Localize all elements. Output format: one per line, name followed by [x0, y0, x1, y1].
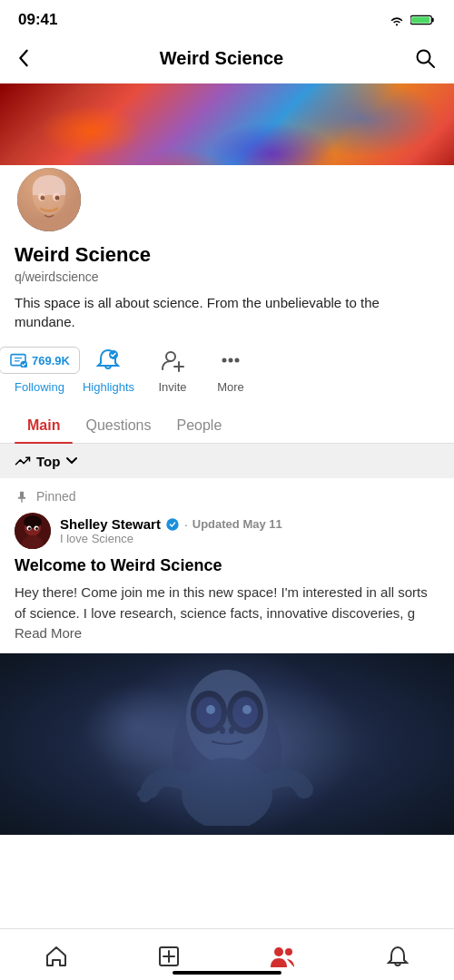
post-author-row: Shelley Stewart · Updated May 11 I love … [15, 513, 439, 549]
svg-point-6 [33, 175, 65, 215]
page-title: Weird Science [160, 48, 283, 69]
bell-icon [94, 347, 122, 374]
following-icon-wrapper: 769.9K [19, 344, 59, 377]
svg-point-42 [182, 758, 272, 826]
svg-rect-1 [431, 18, 433, 23]
svg-point-33 [186, 670, 268, 764]
follower-count: 769.9K [32, 354, 70, 368]
status-icons [389, 14, 436, 26]
post-updated: Updated May 11 [192, 517, 282, 531]
more-icon [217, 347, 244, 374]
battery-icon [410, 14, 436, 26]
nav-home[interactable] [25, 940, 87, 973]
pinned-text: Pinned [36, 489, 76, 504]
invite-icon [159, 347, 186, 374]
space-description: This space is all about science. From th… [15, 293, 439, 331]
pin-icon [15, 489, 29, 504]
compose-icon [156, 944, 182, 969]
highlights-action[interactable]: Highlights [83, 344, 134, 394]
back-button[interactable] [15, 45, 33, 71]
search-icon [414, 47, 436, 69]
invite-icon-wrapper [153, 344, 192, 377]
post-section: Pinned Shelley Ste [0, 478, 454, 835]
status-time: 09:41 [18, 11, 57, 29]
svg-point-22 [235, 358, 240, 363]
nav-spaces[interactable] [251, 940, 316, 973]
post-image [0, 653, 454, 835]
svg-point-21 [229, 358, 233, 363]
svg-point-38 [206, 705, 215, 714]
post-author-subtitle: I love Science [60, 532, 439, 545]
following-icon [9, 353, 27, 368]
post-avatar-image [15, 513, 51, 549]
more-label: More [217, 380, 244, 394]
svg-line-4 [429, 62, 434, 67]
svg-point-20 [222, 358, 227, 363]
home-icon [44, 944, 69, 969]
verified-icon [165, 517, 180, 532]
svg-point-46 [274, 947, 283, 956]
tab-main[interactable]: Main [15, 408, 73, 443]
read-more-link[interactable]: Read More [15, 625, 82, 641]
post-author-avatar[interactable] [15, 513, 51, 549]
svg-point-5 [17, 168, 81, 231]
svg-point-7 [38, 193, 45, 201]
post-author-info: Shelley Stewart · Updated May 11 I love … [60, 516, 439, 545]
svg-point-41 [229, 727, 234, 734]
svg-point-36 [196, 697, 222, 728]
search-button[interactable] [410, 44, 439, 73]
tab-questions[interactable]: Questions [73, 408, 163, 443]
trending-icon [15, 453, 31, 469]
svg-point-40 [220, 727, 225, 734]
post-author-name-text: Shelley Stewart [60, 516, 161, 532]
profile-avatar [15, 165, 84, 234]
highlights-icon-wrapper [88, 344, 128, 377]
avatar-face [17, 168, 81, 231]
svg-point-31 [166, 518, 178, 530]
svg-point-15 [20, 361, 27, 368]
svg-rect-2 [411, 17, 429, 24]
tab-people[interactable]: People [164, 408, 235, 443]
sort-bar[interactable]: Top [0, 444, 454, 478]
avatar-image [17, 168, 81, 231]
action-row: 769.9K Following Highlights [15, 344, 439, 394]
chevron-down-icon [65, 455, 78, 467]
status-bar: 09:41 [0, 0, 454, 36]
post-author-name-row: Shelley Stewart · Updated May 11 [60, 516, 439, 532]
post-title: Welcome to Weird Science [15, 556, 439, 575]
wifi-icon [389, 14, 405, 26]
pinned-label: Pinned [15, 489, 439, 504]
post-body: Hey there! Come join me in this new spac… [15, 583, 439, 644]
svg-point-34 [191, 691, 227, 734]
author-face [15, 513, 51, 549]
page-header: Weird Science [0, 36, 454, 83]
nav-notifications[interactable] [367, 940, 429, 973]
svg-point-30 [35, 527, 38, 530]
space-name: Weird Science [15, 243, 439, 267]
nav-compose[interactable] [138, 940, 200, 973]
svg-point-29 [28, 527, 31, 530]
highlights-label: Highlights [83, 380, 134, 394]
following-action[interactable]: 769.9K Following [15, 344, 64, 394]
post-body-text: Hey there! Come join me in this new spac… [15, 584, 428, 621]
svg-point-10 [55, 196, 60, 201]
avatar-wrapper [15, 165, 439, 234]
notifications-icon [385, 944, 410, 969]
space-handle: q/weirdscience [15, 270, 439, 284]
more-action[interactable]: More [211, 344, 251, 394]
svg-point-37 [232, 697, 258, 728]
home-indicator [173, 971, 281, 975]
svg-point-47 [285, 948, 292, 956]
sort-label: Top [36, 454, 60, 469]
svg-point-35 [227, 691, 263, 734]
svg-point-32 [173, 685, 281, 821]
main-tabs: Main Questions People [0, 408, 454, 444]
invite-action[interactable]: Invite [153, 344, 192, 394]
post-illustration [114, 662, 340, 826]
svg-point-9 [41, 196, 45, 201]
svg-rect-11 [17, 168, 81, 231]
svg-point-8 [53, 193, 60, 201]
profile-section: Weird Science q/weirdscience This space … [0, 165, 454, 408]
following-button[interactable]: 769.9K [0, 347, 80, 374]
svg-point-17 [166, 352, 175, 361]
